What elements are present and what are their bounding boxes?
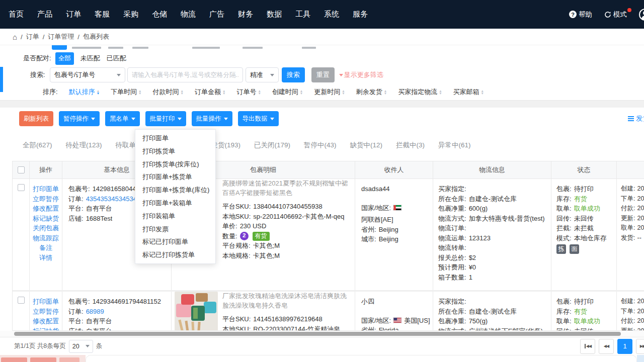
reset-button[interactable]: 重置 xyxy=(311,67,335,82)
status-stock: 有货 xyxy=(574,194,587,204)
search-type-select[interactable]: 包裹号/订单号 xyxy=(50,67,125,82)
action-pause-now[interactable]: 立即暂停 xyxy=(30,194,62,204)
nav-item-services[interactable]: 服务 xyxy=(353,10,368,19)
nav-item-service[interactable]: 客服 xyxy=(95,10,110,19)
breadcrumb-order-mgmt[interactable]: 订单管理 xyxy=(48,32,74,41)
tab-pending[interactable]: 待处理(123) xyxy=(66,141,102,150)
sort-buyer-logistics[interactable]: 买家指定物流▲▼ xyxy=(398,87,442,97)
shop: 自有平台 xyxy=(86,326,112,331)
tab-abnormal[interactable]: 异常中(61) xyxy=(438,141,471,150)
toolbar: 刷新列表 暂停操作 黑名单 批量打印 批量操作 导出数据 发货 xyxy=(0,108,644,130)
nav-item-system[interactable]: 系统 xyxy=(324,10,339,19)
sort-pay-time[interactable]: 付款时间▲▼ xyxy=(153,87,184,97)
status-cell: 包裹:待打印 库存:有货 取单:取单成功 回传:未回传 xyxy=(551,292,617,330)
nav-item-order[interactable]: 订单 xyxy=(66,10,81,19)
batch-ops-button[interactable]: 批量操作 xyxy=(192,111,232,126)
action-print-label[interactable]: 打印面单 xyxy=(30,297,62,307)
menu-print-label-picking-loc[interactable]: 打印面单+拣货单(库位) xyxy=(135,184,215,197)
scrollbar-thumb[interactable] xyxy=(14,332,621,336)
tab-paused[interactable]: 暂停中(43) xyxy=(304,141,337,150)
mode-button[interactable]: 模式 xyxy=(604,10,627,19)
sort-order-no[interactable]: 订单号▲▼ xyxy=(236,87,261,97)
nav-utilities: ? 帮助 模式 xyxy=(569,9,644,21)
menu-mark-label-printed[interactable]: 标记已打印面单 xyxy=(135,235,215,248)
status-cell: 包裹:待打印 库存:有货 取单:取单成功 回传:未回传 拦截:未拦截 模式:本地… xyxy=(551,179,617,290)
menu-print-picking-by-loc[interactable]: 打印拣货单(按库位) xyxy=(135,158,215,171)
last-page-button[interactable]: ▶▶ xyxy=(636,339,644,354)
search-input[interactable] xyxy=(127,67,243,82)
pair-filter-row: 是否配对: 全部 未匹配 已匹配 xyxy=(0,51,644,66)
blacklist-button[interactable]: 黑名单 xyxy=(105,111,140,126)
menu-print-packing[interactable]: 打印装箱单 xyxy=(135,210,215,223)
nav-item-ads[interactable]: 广告 xyxy=(209,10,224,19)
batch-print-button[interactable]: 批量打印 xyxy=(145,111,186,126)
nav-item-data[interactable]: 数据 xyxy=(267,10,282,19)
action-close-package[interactable]: 关闭包裹 xyxy=(30,223,62,233)
export-data-button[interactable]: 导出数据 xyxy=(238,111,279,126)
status-upload: 未回传 xyxy=(574,214,594,224)
action-edit-config[interactable]: 修改配置 xyxy=(30,204,62,214)
nav-item-warehouse[interactable]: 仓储 xyxy=(152,10,167,19)
menu-print-picking[interactable]: 打印拣货单 xyxy=(135,145,215,158)
sort-arrows-icon: ▲▼ xyxy=(481,89,484,95)
page-size-select[interactable]: 20 xyxy=(69,340,93,353)
action-note[interactable]: 备注 xyxy=(30,243,62,253)
action-mark-oos[interactable]: 标记缺货 xyxy=(30,326,62,331)
row-checkbox[interactable] xyxy=(18,297,25,304)
nav-item-home[interactable]: 首页 xyxy=(9,10,24,19)
menu-print-label-packing[interactable]: 打印面单+装箱单 xyxy=(135,197,215,210)
user-avatar-icon[interactable] xyxy=(639,9,644,21)
action-mark-oos[interactable]: 标记缺货 xyxy=(30,214,62,224)
nav-item-tools[interactable]: 工具 xyxy=(295,10,310,19)
more-filters-link[interactable]: 显示更多筛选 xyxy=(339,70,383,79)
pair-all-chip[interactable]: 全部 xyxy=(55,52,74,65)
tab-intercepted[interactable]: 拦截中(3) xyxy=(396,141,425,150)
sort-default[interactable]: 默认排序 ▲▼ xyxy=(69,87,100,97)
sort-buyer-email[interactable]: 买家邮箱▲▼ xyxy=(453,87,484,97)
row-checkbox[interactable] xyxy=(18,184,25,191)
nav-item-purchase[interactable]: 采购 xyxy=(123,10,138,19)
pair-matched[interactable]: 已匹配 xyxy=(107,54,126,63)
tab-closed[interactable]: 已关闭(179) xyxy=(254,141,290,150)
menu-mark-picking-printed[interactable]: 标记已打印拣货单 xyxy=(135,248,215,261)
nav-item-logistics[interactable]: 物流 xyxy=(181,10,196,19)
action-print-label[interactable]: 打印面单 xyxy=(30,184,62,194)
caret-down-icon xyxy=(91,118,95,120)
status-pick: 取单成功 xyxy=(574,316,600,326)
precision-select[interactable]: 精准 xyxy=(246,67,279,82)
pause-ops-button[interactable]: 暂停操作 xyxy=(59,111,100,126)
pair-unmatched[interactable]: 未匹配 xyxy=(80,54,100,63)
action-detail[interactable]: 详情 xyxy=(30,253,62,263)
tab-all[interactable]: 全部(627) xyxy=(23,141,52,150)
product-image[interactable] xyxy=(175,292,218,330)
prev-page-button[interactable]: ◀◀ xyxy=(599,339,614,354)
ship-settings-link[interactable]: 发货 xyxy=(627,114,644,123)
first-page-button[interactable]: ◀◀ xyxy=(580,339,595,354)
refresh-list-button[interactable]: 刷新列表 xyxy=(19,111,53,126)
order-no-link[interactable]: 68989 xyxy=(86,307,104,317)
select-all-checkbox[interactable] xyxy=(18,166,25,173)
sort-order-amount[interactable]: 订单金额▲▼ xyxy=(195,87,225,97)
menu-print-invoice[interactable]: 打印发票 xyxy=(135,223,215,236)
menu-print-label-picking[interactable]: 打印面单+拣货单 xyxy=(135,170,215,184)
breadcrumb-order[interactable]: 订单 xyxy=(26,32,39,41)
top-navbar: 首页 产品 订单 客服 采购 仓储 物流 广告 财务 数据 工具 系统 服务 ?… xyxy=(0,0,644,29)
page-1-button[interactable]: 1 xyxy=(617,339,632,354)
sort-create-time[interactable]: 创建时间▲▼ xyxy=(272,87,303,97)
action-track[interactable]: 物流跟踪 xyxy=(30,233,62,243)
search-button[interactable]: 搜索 xyxy=(282,67,305,82)
picking-badge: 拣 xyxy=(556,244,566,254)
nav-item-finance[interactable]: 财务 xyxy=(238,10,253,19)
tab-out-of-stock[interactable]: 缺货中(12) xyxy=(350,141,383,150)
nav-item-product[interactable]: 产品 xyxy=(37,10,52,19)
help-button[interactable]: ? 帮助 xyxy=(569,10,592,19)
action-edit-config[interactable]: 修改配置 xyxy=(30,316,62,326)
sort-arrows-icon: ▲▼ xyxy=(384,89,387,95)
sort-order-time[interactable]: 下单时间▲▼ xyxy=(111,87,141,97)
action-pause-now[interactable]: 立即暂停 xyxy=(30,307,62,317)
sort-update-time[interactable]: 更新时间▲▼ xyxy=(314,87,345,97)
menu-print-label[interactable]: 打印面单 xyxy=(135,132,215,145)
home-icon[interactable]: ⌂ xyxy=(13,33,17,41)
row-actions: 打印面单 立即暂停 修改配置 标记缺货 关闭包裹 物流跟踪 备注 详情 xyxy=(30,179,62,290)
sort-remaining-ship[interactable]: 剩余发货▲▼ xyxy=(356,87,387,97)
